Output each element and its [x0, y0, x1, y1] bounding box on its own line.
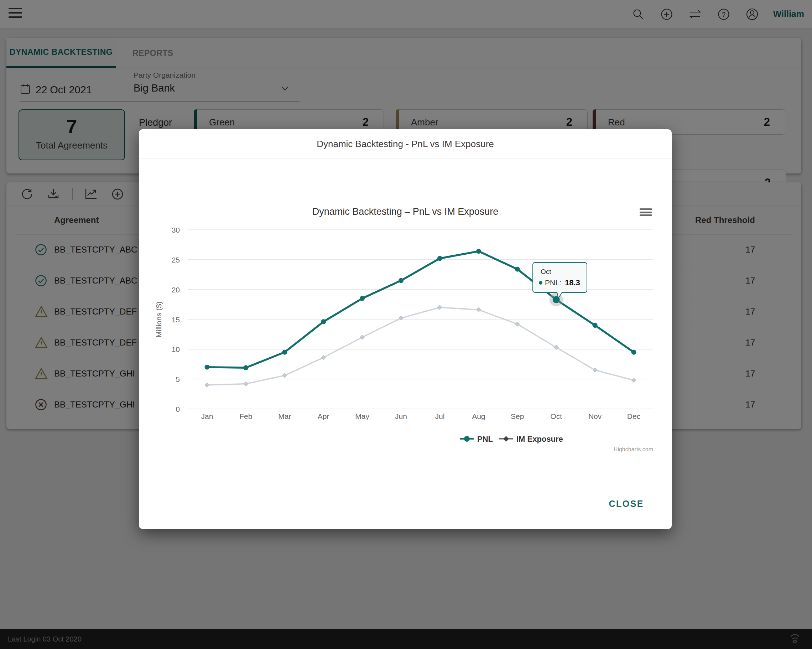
svg-text:Nov: Nov	[588, 412, 602, 420]
dialog-title: Dynamic Backtesting - PnL vs IM Exposure	[139, 129, 672, 159]
svg-text:May: May	[355, 412, 369, 420]
svg-text:Millions ($): Millions ($)	[154, 301, 163, 337]
svg-text:Jun: Jun	[395, 412, 407, 420]
svg-text:5: 5	[176, 375, 180, 383]
svg-text:10: 10	[172, 345, 180, 353]
backtesting-chart-dialog: Dynamic Backtesting - PnL vs IM Exposure…	[139, 129, 672, 529]
svg-text:18.3: 18.3	[565, 278, 580, 287]
svg-text:Sep: Sep	[511, 412, 524, 420]
line-chart: Dynamic Backtesting – PnL vs IM Exposure…	[139, 165, 672, 468]
svg-text:15: 15	[172, 316, 180, 324]
svg-text:IM Exposure: IM Exposure	[516, 435, 563, 443]
svg-text:Feb: Feb	[239, 412, 252, 420]
svg-text:Oct: Oct	[540, 268, 551, 275]
svg-text:Oct: Oct	[550, 412, 562, 420]
svg-text:30: 30	[172, 226, 180, 234]
svg-text:Aug: Aug	[472, 412, 485, 420]
svg-text:20: 20	[172, 286, 180, 294]
svg-text:Mar: Mar	[278, 412, 291, 420]
chart-tooltip: OctPNL:18.3	[533, 263, 587, 298]
close-button[interactable]: CLOSE	[604, 495, 649, 513]
svg-text:PNL: PNL	[477, 435, 493, 443]
svg-text:0: 0	[176, 405, 180, 413]
svg-text:Dynamic Backtesting – PnL vs I: Dynamic Backtesting – PnL vs IM Exposure	[312, 206, 499, 217]
highcharts-credit: Highcharts.com	[614, 446, 653, 452]
chart-area: Dynamic Backtesting – PnL vs IM Exposure…	[139, 165, 672, 468]
svg-text:Dec: Dec	[627, 412, 640, 420]
svg-text:Apr: Apr	[317, 412, 330, 420]
svg-text:25: 25	[172, 256, 180, 264]
svg-text:Jul: Jul	[435, 412, 445, 420]
chart-context-menu-icon[interactable]	[640, 208, 652, 218]
svg-text:PNL:: PNL:	[545, 279, 562, 287]
chart-legend: PNLIM Exposure	[460, 435, 563, 443]
svg-text:Jan: Jan	[201, 412, 213, 420]
